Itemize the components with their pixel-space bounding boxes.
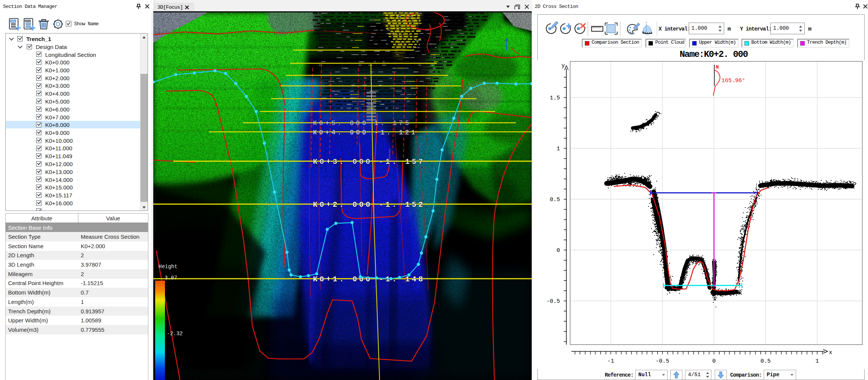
svg-text:K0+5. 000 1. 175: K0+5. 000 1. 175 (313, 119, 411, 127)
svg-text:-1: -1 (607, 358, 614, 365)
svg-text:K0+3. 000 -1. 157: K0+3. 000 -1. 157 (313, 157, 425, 166)
svg-text:165.96°: 165.96° (722, 78, 745, 84)
svg-text:0: 0 (557, 247, 560, 254)
svg-text:-0.5: -0.5 (656, 358, 669, 365)
svg-text:0: 0 (712, 358, 715, 365)
svg-text:3.07: 3.07 (165, 275, 177, 281)
svg-text:N: N (716, 64, 719, 70)
svg-text:K0+2. 000 -1. 152: K0+2. 000 -1. 152 (313, 200, 425, 209)
svg-text:K0+4. 000 -1. 121: K0+4. 000 -1. 121 (313, 129, 417, 136)
svg-text:1: 1 (557, 146, 560, 152)
svg-text:y: y (561, 63, 565, 69)
svg-text:-2.32: -2.32 (167, 331, 183, 337)
svg-text:Height: Height (159, 264, 177, 270)
svg-text:1: 1 (815, 358, 819, 365)
svg-text:-0.5: -0.5 (546, 298, 560, 305)
svg-text:0.5: 0.5 (550, 197, 560, 203)
svg-text:0.5: 0.5 (760, 358, 770, 365)
svg-text:1.5: 1.5 (550, 95, 560, 101)
svg-text:x: x (829, 349, 832, 356)
